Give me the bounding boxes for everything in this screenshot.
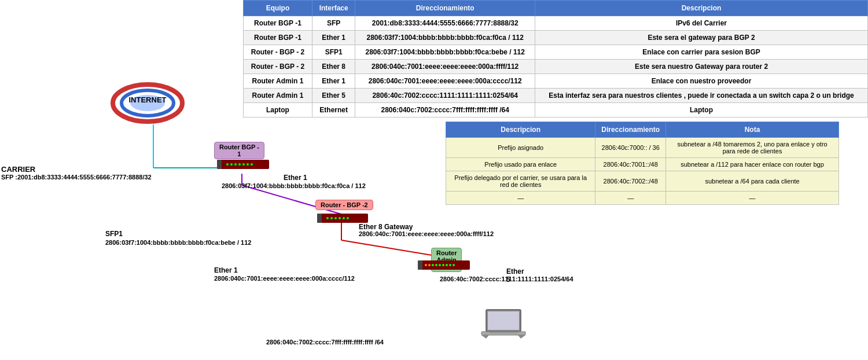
- router-admin1-device: [418, 259, 473, 274]
- svg-line-5: [341, 240, 440, 258]
- second-table-row: Prefijo usado para enlace2806:40c:7001::…: [446, 158, 839, 171]
- col2-header-direccionamiento: Direccionamiento: [595, 122, 666, 138]
- second-table-cell-descripcion: Prefijo delegado por el carrier, se usar…: [446, 171, 595, 192]
- network-diagram: INTERNET CARRIER SFP :2001:db8:3333:4444…: [0, 0, 440, 360]
- svg-point-36: [446, 264, 448, 266]
- second-table: Descripcion Direccionamiento Nota Prefij…: [446, 122, 839, 205]
- table-cell-descripcion: IPv6 del Carrier: [535, 16, 868, 31]
- ether1-admin-label: Ether 1: [214, 266, 238, 274]
- svg-point-24: [334, 217, 337, 219]
- second-table-cell-direccionamiento: —: [595, 192, 666, 205]
- sfp1-bgp2-addr: 2806:03f7:1004:bbbb:bbbb:bbbb:f0ca:bebe …: [105, 239, 251, 246]
- router-admin1-icon: [418, 259, 473, 272]
- laptop-icon: [480, 307, 527, 346]
- carrier-sfp-label: SFP :2001:db8:3333:4444:5555:6666:7777:8…: [1, 174, 152, 181]
- table-cell-descripcion: Este sera nuestro Gateway para router 2: [535, 60, 868, 74]
- col2-header-descripcion: Descripcion: [446, 122, 595, 138]
- ether5-addr: 2806:40c:7002:cccc:1111:1111:1111:0254/6…: [440, 275, 573, 282]
- ether1-bgp1-addr: 2806:03f7:1004:bbbb:bbbb:bbbb:f0ca:f0ca …: [222, 182, 366, 189]
- table-cell-descripcion: Esta interfaz sera para nuestros cliente…: [535, 89, 868, 103]
- sfp1-bgp2-label: SFP1: [105, 230, 123, 238]
- ether8-label: Ether 8 Gateway: [359, 223, 413, 231]
- svg-point-16: [238, 163, 241, 166]
- svg-point-13: [226, 163, 229, 166]
- svg-point-31: [428, 264, 431, 266]
- router-bgp1-icon: [217, 157, 272, 171]
- svg-point-25: [339, 217, 341, 219]
- second-table-row: Prefijo delegado por el carrier, se usar…: [446, 171, 839, 192]
- second-table-cell-nota: subnetear a /112 para hacer enlace con r…: [666, 158, 839, 171]
- second-table-cell-nota: subnetear a /48 tomaremos 2, uno para en…: [666, 138, 839, 158]
- table-cell-descripcion: Enlace con carrier para sesion BGP: [535, 45, 868, 60]
- second-table-cell-direccionamiento: 2806:40c:7002::/48: [595, 171, 666, 192]
- svg-point-15: [234, 163, 237, 166]
- svg-rect-29: [418, 260, 422, 270]
- svg-point-23: [330, 217, 333, 219]
- carrier-label: CARRIER: [1, 165, 35, 174]
- svg-rect-40: [488, 311, 519, 330]
- second-table-cell-nota: —: [666, 192, 839, 205]
- svg-point-34: [439, 264, 441, 266]
- router-bgp1-label: Router BGP -1: [219, 144, 259, 157]
- router-bgp2-box: Router - BGP -2: [315, 200, 373, 210]
- svg-point-22: [326, 217, 329, 219]
- table-cell-descripcion: Laptop: [535, 103, 868, 117]
- second-table-cell-descripcion: Prefijo asignado: [446, 138, 595, 158]
- second-table-cell-nota: subnetear a /64 para cada cliente: [666, 171, 839, 192]
- second-table-row: ———: [446, 192, 839, 205]
- svg-point-32: [432, 264, 434, 266]
- svg-point-37: [449, 264, 451, 266]
- second-table-section: Descripcion Direccionamiento Nota Prefij…: [446, 122, 839, 205]
- svg-point-14: [230, 163, 233, 166]
- ether1-admin-addr: 2806:040c:7001:eeee:eeee:eeee:000a:cccc/…: [214, 275, 355, 282]
- second-table-cell-descripcion: Prefijo usado para enlace: [446, 158, 595, 171]
- svg-point-38: [453, 264, 455, 266]
- second-table-cell-direccionamiento: 2806:40c:7000:: / 36: [595, 138, 666, 158]
- svg-marker-43: [481, 335, 489, 339]
- svg-point-18: [247, 163, 249, 166]
- svg-point-19: [251, 163, 253, 166]
- ether8-addr: 2806:040c:7001:eeee:eeee:eeee:000a:ffff/…: [359, 230, 494, 237]
- router-bgp1-box: Router BGP -1: [214, 142, 264, 159]
- svg-rect-12: [217, 160, 222, 169]
- router-bgp2-label: Router - BGP -2: [321, 201, 368, 208]
- second-table-cell-direccionamiento: 2806:40c:7001::/48: [595, 158, 666, 171]
- col-header-descripcion: Descripcion: [535, 1, 868, 16]
- router-bgp1-device: [217, 157, 272, 171]
- svg-point-33: [435, 264, 437, 266]
- ether1-bgp1-label: Ether 1: [284, 174, 307, 182]
- svg-marker-44: [518, 335, 525, 339]
- svg-rect-21: [317, 214, 322, 223]
- svg-point-26: [343, 217, 345, 219]
- internet-label: INTERNET: [110, 95, 185, 104]
- table-cell-descripcion: Este sera el gateway para BGP 2: [535, 31, 868, 45]
- svg-rect-42: [489, 332, 518, 333]
- second-table-row: Prefijo asignado2806:40c:7000:: / 36subn…: [446, 138, 839, 158]
- laptop-svg: [480, 307, 527, 344]
- svg-point-17: [242, 163, 245, 166]
- svg-point-27: [347, 217, 349, 219]
- internet-cloud: INTERNET: [110, 81, 185, 126]
- laptop-addr: 2806:040c:7002:cccc:7fff:ffff:ffff:ffff …: [266, 339, 384, 346]
- svg-point-30: [425, 264, 427, 266]
- svg-point-35: [442, 264, 444, 266]
- second-table-cell-descripcion: —: [446, 192, 595, 205]
- col2-header-nota: Nota: [666, 122, 839, 138]
- table-cell-descripcion: Enlace con nuestro proveedor: [535, 74, 868, 89]
